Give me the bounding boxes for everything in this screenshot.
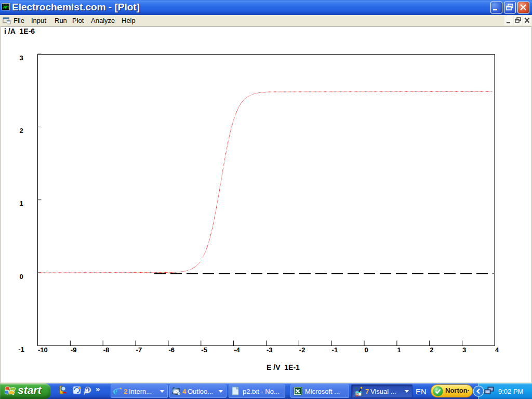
svg-text:2: 2 <box>19 127 23 135</box>
svg-text:1: 1 <box>19 200 23 207</box>
svg-text:-1: -1 <box>18 345 24 353</box>
svg-text:-7: -7 <box>136 346 142 354</box>
svg-text:0: 0 <box>19 273 23 281</box>
svg-text:-3: -3 <box>267 346 273 354</box>
svg-text:0: 0 <box>365 346 368 354</box>
svg-text:-1: -1 <box>332 346 338 354</box>
svg-text:3: 3 <box>462 346 466 354</box>
svg-text:3: 3 <box>19 54 23 62</box>
svg-text:i /A 1E-6: i /A 1E-6 <box>4 27 35 35</box>
svg-text:-10: -10 <box>38 346 48 354</box>
svg-text:-8: -8 <box>103 346 110 354</box>
svg-text:-6: -6 <box>168 346 175 354</box>
svg-text:-5: -5 <box>201 346 207 354</box>
svg-text:»: » <box>96 385 100 393</box>
svg-text:4: 4 <box>495 346 499 354</box>
svg-text:-2: -2 <box>299 346 305 354</box>
svg-text:-4: -4 <box>234 346 240 354</box>
svg-text:e: e <box>113 386 117 396</box>
svg-text:2: 2 <box>430 346 433 354</box>
svg-text:E /V 1E-1: E /V 1E-1 <box>267 363 300 371</box>
svg-text:1: 1 <box>397 346 401 354</box>
svg-text:-9: -9 <box>71 346 77 354</box>
